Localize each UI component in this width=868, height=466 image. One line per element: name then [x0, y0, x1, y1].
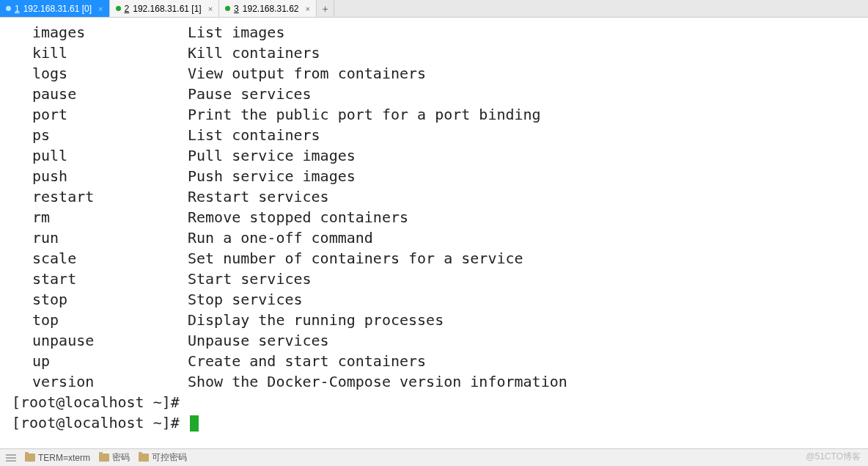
tab-3[interactable]: 3 192.168.31.62 × — [219, 0, 317, 17]
tabs-bar: 1 192.168.31.61 [0] × 2 192.168.31.61 [1… — [0, 0, 868, 18]
tab-label: 192.168.31.62 — [243, 4, 299, 14]
status-ctrl-password[interactable]: 可控密码 — [139, 451, 187, 464]
command-name: port — [12, 104, 188, 125]
tab-number: 3 — [234, 4, 239, 14]
command-help-line: pausePause services — [12, 84, 868, 104]
command-help-line: rmRemove stopped containers — [12, 207, 868, 227]
command-name: push — [12, 166, 188, 186]
cursor-icon — [190, 415, 199, 432]
command-name: run — [12, 227, 188, 248]
command-help-line: unpauseUnpause services — [12, 330, 868, 351]
tab-number: 2 — [125, 4, 130, 14]
command-name: up — [12, 351, 188, 371]
command-help-line: portPrint the public port for a port bin… — [12, 104, 868, 125]
terminal-output[interactable]: imagesList imageskillKill containerslogs… — [0, 18, 868, 448]
status-dot-icon — [225, 6, 230, 11]
command-name: pull — [12, 145, 188, 166]
command-name: rm — [12, 207, 188, 227]
command-description: List images — [188, 23, 284, 41]
command-help-line: stopStop services — [12, 289, 868, 310]
command-help-line: psList containers — [12, 125, 868, 145]
close-icon[interactable]: × — [306, 4, 310, 13]
watermark: @51CTO博客 — [806, 451, 861, 463]
command-help-line: pushPush service images — [12, 166, 868, 186]
command-name: start — [12, 269, 188, 289]
folder-icon — [139, 454, 149, 462]
command-name: stop — [12, 289, 188, 310]
command-help-line: logsView output from containers — [12, 63, 868, 84]
command-description: Start services — [188, 270, 312, 288]
tab-label: 192.168.31.61 [1] — [133, 4, 201, 14]
status-bar: TERM=xterm 密码 可控密码 — [0, 448, 868, 466]
command-description: Kill containers — [188, 44, 320, 62]
command-description: Create and start containers — [188, 352, 426, 370]
command-description: Print the public port for a port binding — [188, 106, 541, 123]
command-name: version — [12, 371, 188, 392]
command-description: Display the running processes — [188, 311, 444, 329]
status-term-label: TERM=xterm — [38, 453, 90, 463]
status-dot-icon — [116, 6, 121, 11]
command-description: Unpause services — [188, 332, 329, 349]
command-description: Push service images — [188, 167, 356, 185]
command-help-line: topDisplay the running processes — [12, 310, 868, 330]
command-name: top — [12, 310, 188, 330]
command-name: restart — [12, 186, 188, 207]
command-help-line: versionShow the Docker-Compose version i… — [12, 371, 868, 392]
command-help-line: imagesList images — [12, 22, 868, 43]
command-help-line: pullPull service images — [12, 145, 868, 166]
close-icon[interactable]: × — [98, 4, 103, 13]
command-description: View output from containers — [188, 65, 426, 82]
command-help-line: killKill containers — [12, 43, 868, 63]
prompt-line-cursor: [root@localhost ~]# — [12, 412, 868, 433]
command-help-line: runRun a one-off command — [12, 227, 868, 248]
command-name: logs — [12, 63, 188, 84]
status-dot-icon — [6, 6, 11, 11]
command-description: Run a one-off command — [188, 229, 373, 247]
command-description: Stop services — [188, 291, 303, 308]
folder-icon — [99, 454, 109, 462]
command-description: Remove stopped containers — [188, 208, 408, 226]
command-name: unpause — [12, 330, 188, 351]
status-term[interactable]: TERM=xterm — [25, 453, 90, 463]
tab-number: 1 — [15, 4, 20, 14]
status-password[interactable]: 密码 — [99, 451, 130, 464]
prompt-line: [root@localhost ~]# — [12, 392, 868, 412]
command-help-line: startStart services — [12, 269, 868, 289]
command-description: Restart services — [188, 188, 329, 205]
tab-1[interactable]: 1 192.168.31.61 [0] × — [0, 0, 110, 17]
command-name: ps — [12, 125, 188, 145]
command-help-line: scaleSet number of containers for a serv… — [12, 248, 868, 269]
command-name: kill — [12, 43, 188, 63]
command-name: pause — [12, 84, 188, 104]
command-help-line: restartRestart services — [12, 186, 868, 207]
command-description: Pause services — [188, 85, 312, 103]
command-help-line: upCreate and start containers — [12, 351, 868, 371]
folder-icon — [25, 454, 35, 462]
command-description: Pull service images — [188, 147, 356, 164]
menu-icon[interactable] — [6, 454, 16, 462]
status-ctrl-password-label: 可控密码 — [152, 451, 187, 464]
command-description: List containers — [188, 126, 320, 144]
add-tab-button[interactable]: + — [317, 0, 334, 17]
tab-2[interactable]: 2 192.168.31.61 [1] × — [110, 0, 220, 17]
tab-label: 192.168.31.61 [0] — [23, 4, 92, 14]
command-description: Show the Docker-Compose version informat… — [188, 373, 567, 390]
close-icon[interactable]: × — [208, 4, 213, 13]
command-name: scale — [12, 248, 188, 269]
command-name: images — [12, 22, 188, 43]
command-description: Set number of containers for a service — [188, 250, 523, 267]
status-password-label: 密码 — [112, 451, 130, 464]
